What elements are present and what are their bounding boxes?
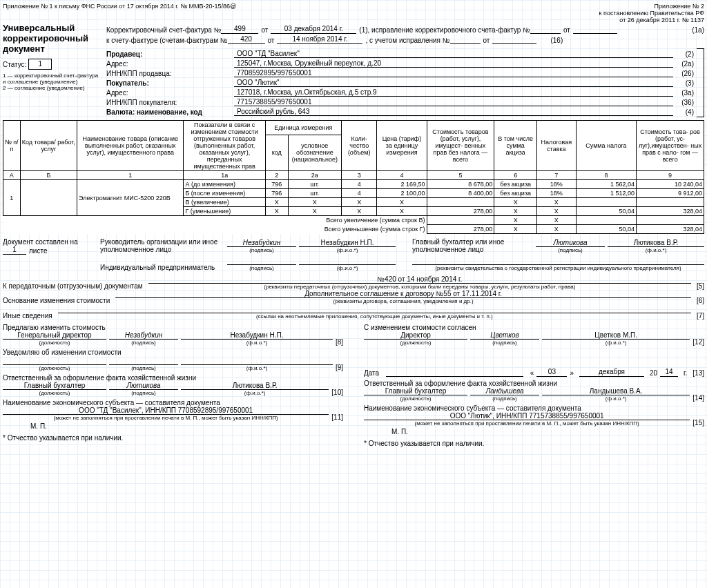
- top-right-2: к постановлению Правительства РФ: [599, 10, 704, 17]
- currency: Российский рубль, 643: [234, 108, 673, 116]
- line5-val: №420 от 14 ноября 2014 г.: [148, 275, 691, 284]
- doc-title: Универсальныйкорректировочныйдокумент: [3, 23, 99, 55]
- buyer-addr: 127018, г.Москва, ул.Октябрьская, д.5 ст…: [234, 88, 673, 97]
- table-row: 1 Электромагнит МИС-5200 220В А (до изме…: [3, 180, 704, 189]
- right-subject: ООО "Лютик", ИНН/КПП 7715738855/99765000…: [364, 412, 690, 420]
- seller-innkpp: 7708592895/997650001: [234, 69, 673, 77]
- items-table: № п/п Код товара/ работ, услуг Наименова…: [3, 120, 704, 234]
- buyer-innkpp: 7715738855/997650001: [234, 98, 673, 106]
- top-left: Приложение № 1 к письму ФНС России от 17…: [3, 3, 236, 23]
- top-right-1: Приложение № 2: [599, 3, 704, 10]
- chief-fio: Лютикова В.Р.: [608, 239, 704, 247]
- status-box: 1: [28, 59, 52, 70]
- status-label: Статус:: [3, 60, 26, 68]
- head-sign: Незабудкин: [227, 239, 296, 247]
- sf-no: 420: [228, 35, 265, 44]
- seller: ООО "ТД "Василек": [234, 50, 673, 58]
- footnote: * Отчество указывается при наличии.: [3, 434, 343, 442]
- top-annotations: Приложение № 1 к письму ФНС России от 17…: [3, 3, 704, 23]
- top-right-3: от 26 декабря 2011 г. № 1137: [599, 17, 704, 23]
- status-note: 1 — корректировочный счет-фактура и согл…: [3, 72, 99, 92]
- line6-val: Дополнительное соглашение к договору №55…: [115, 290, 691, 298]
- ksf-no: 499: [221, 25, 258, 34]
- ksf-date: 03 декабря 2014 г.: [271, 25, 356, 34]
- sf-label: к счету-фактуре (счетам-фактурам №: [106, 37, 228, 44]
- seller-addr: 125047, г.Москва, Оружейный переулок, д.…: [234, 59, 673, 68]
- buyer: ООО "Лютик": [234, 79, 673, 87]
- left-subject: ООО "ТД "Василек", ИНН/КПП 7708592895/99…: [3, 406, 329, 415]
- ksf-label: Корректировочный счет-фактура №: [106, 26, 221, 34]
- head-fio: Незабудкин Н.П.: [299, 239, 396, 247]
- chief-sign: Лютикова: [536, 239, 605, 247]
- sf-date: 14 ноября 2014 г.: [277, 35, 362, 44]
- bracket-icon: [697, 48, 704, 117]
